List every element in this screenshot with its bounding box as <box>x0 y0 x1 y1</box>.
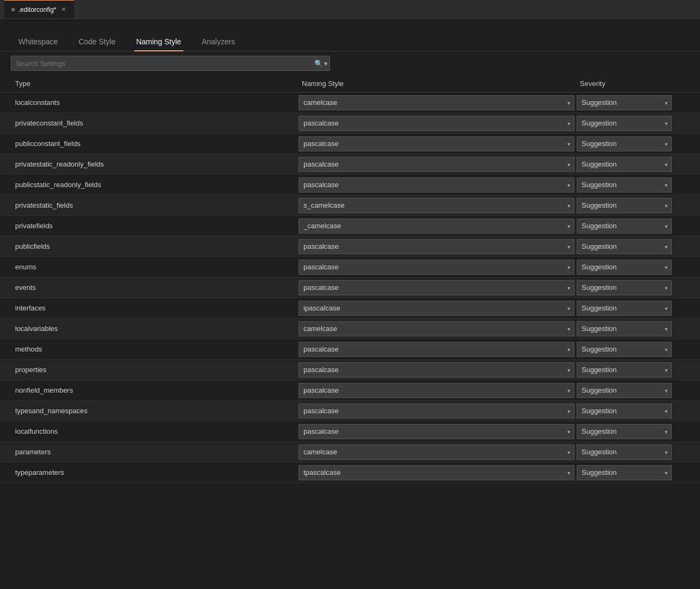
cell-type-9: events <box>11 279 298 296</box>
severity-select-1[interactable]: SuggestionWarningErrorNoneSilent <box>577 116 672 131</box>
table-row: privateconstant_fieldscamelcasepascalcas… <box>0 113 700 134</box>
tab-label: .editorconfig* <box>18 6 56 14</box>
editor-tab[interactable]: ⊕ .editorconfig* ✕ <box>4 0 74 18</box>
naming-style-select-3[interactable]: camelcasepascalcases_camelcase_camelcase… <box>299 157 574 172</box>
table-row: publicconstant_fieldscamelcasepascalcase… <box>0 134 700 154</box>
table-row: localfunctionscamelcasepascalcases_camel… <box>0 421 700 442</box>
cell-severity-11: SuggestionWarningErrorNoneSilent▾ <box>576 319 673 339</box>
naming-style-select-16[interactable]: camelcasepascalcases_camelcase_camelcase… <box>299 424 574 439</box>
cell-type-11: localvariables <box>11 320 298 337</box>
tab-close-icon[interactable]: ✕ <box>60 5 68 14</box>
table-row: localconstantscamelcasepascalcases_camel… <box>0 92 700 113</box>
naming-style-select-7[interactable]: camelcasepascalcases_camelcase_camelcase… <box>299 239 574 254</box>
severity-select-0[interactable]: SuggestionWarningErrorNoneSilent <box>577 95 672 110</box>
table-row: propertiescamelcasepascalcases_camelcase… <box>0 360 700 380</box>
cell-naming-style-0: camelcasepascalcases_camelcase_camelcase… <box>298 93 576 112</box>
cell-severity-1: SuggestionWarningErrorNoneSilent▾ <box>576 114 673 133</box>
search-input[interactable] <box>11 56 330 71</box>
cell-naming-style-5: camelcasepascalcases_camelcase_camelcase… <box>298 196 576 215</box>
naming-style-select-18[interactable]: camelcasepascalcases_camelcase_camelcase… <box>299 465 574 480</box>
cell-severity-18: SuggestionWarningErrorNoneSilent▾ <box>576 463 673 482</box>
severity-select-12[interactable]: SuggestionWarningErrorNoneSilent <box>577 342 672 357</box>
cell-severity-14: SuggestionWarningErrorNoneSilent▾ <box>576 381 673 400</box>
col-header-extra <box>673 77 689 90</box>
naming-style-select-4[interactable]: camelcasepascalcases_camelcase_camelcase… <box>299 177 574 193</box>
cell-severity-9: SuggestionWarningErrorNoneSilent▾ <box>576 278 673 297</box>
table-row: publicfieldscamelcasepascalcases_camelca… <box>0 236 700 257</box>
naming-style-select-12[interactable]: camelcasepascalcases_camelcase_camelcase… <box>299 342 574 357</box>
severity-select-16[interactable]: SuggestionWarningErrorNoneSilent <box>577 424 672 439</box>
cell-severity-12: SuggestionWarningErrorNoneSilent▾ <box>576 340 673 359</box>
severity-select-17[interactable]: SuggestionWarningErrorNoneSilent <box>577 445 672 460</box>
cell-naming-style-18: camelcasepascalcases_camelcase_camelcase… <box>298 463 576 482</box>
cell-severity-2: SuggestionWarningErrorNoneSilent▾ <box>576 134 673 154</box>
tab-whitespace[interactable]: Whitespace <box>16 33 60 51</box>
naming-style-select-8[interactable]: camelcasepascalcases_camelcase_camelcase… <box>299 260 574 275</box>
severity-select-5[interactable]: SuggestionWarningErrorNoneSilent <box>577 198 672 213</box>
cell-severity-4: SuggestionWarningErrorNoneSilent▾ <box>576 175 673 195</box>
cell-type-1: privateconstant_fields <box>11 115 298 131</box>
severity-select-6[interactable]: SuggestionWarningErrorNoneSilent <box>577 219 672 234</box>
table-row: privatefieldscamelcasepascalcases_camelc… <box>0 216 700 236</box>
table-row: methodscamelcasepascalcases_camelcase_ca… <box>0 339 700 360</box>
severity-select-4[interactable]: SuggestionWarningErrorNoneSilent <box>577 177 672 193</box>
table-row: nonfield_memberscamelcasepascalcases_cam… <box>0 380 700 401</box>
naming-style-select-1[interactable]: camelcasepascalcases_camelcase_camelcase… <box>299 116 574 131</box>
severity-select-15[interactable]: SuggestionWarningErrorNoneSilent <box>577 403 672 419</box>
tab-code-style[interactable]: Code Style <box>76 33 117 51</box>
severity-select-18[interactable]: SuggestionWarningErrorNoneSilent <box>577 465 672 480</box>
table-row: eventscamelcasepascalcases_camelcase_cam… <box>0 277 700 298</box>
naming-style-select-6[interactable]: camelcasepascalcases_camelcase_camelcase… <box>299 219 574 234</box>
severity-select-2[interactable]: SuggestionWarningErrorNoneSilent <box>577 136 672 151</box>
cell-severity-7: SuggestionWarningErrorNoneSilent▾ <box>576 237 673 256</box>
naming-style-select-17[interactable]: camelcasepascalcases_camelcase_camelcase… <box>299 445 574 460</box>
naming-style-select-5[interactable]: camelcasepascalcases_camelcase_camelcase… <box>299 198 574 213</box>
cell-type-17: parameters <box>11 444 298 460</box>
severity-select-14[interactable]: SuggestionWarningErrorNoneSilent <box>577 383 672 398</box>
table-row: privatestatic_fieldscamelcasepascalcases… <box>0 195 700 216</box>
naming-style-select-9[interactable]: camelcasepascalcases_camelcase_camelcase… <box>299 280 574 295</box>
search-button[interactable]: 🔍 ▾ <box>314 59 328 68</box>
severity-select-10[interactable]: SuggestionWarningErrorNoneSilent <box>577 301 672 316</box>
cell-type-0: localconstants <box>11 94 298 111</box>
cell-severity-6: SuggestionWarningErrorNoneSilent▾ <box>576 216 673 236</box>
col-header-naming-style: Naming Style <box>298 77 576 90</box>
cell-type-18: typeparameters <box>11 464 298 481</box>
search-bar: 🔍 ▾ <box>0 51 700 75</box>
naming-style-select-14[interactable]: camelcasepascalcases_camelcase_camelcase… <box>299 383 574 398</box>
table-row: privatestatic_readonly_fieldscamelcasepa… <box>0 154 700 175</box>
cell-type-3: privatestatic_readonly_fields <box>11 156 298 173</box>
naming-style-select-10[interactable]: camelcasepascalcases_camelcase_camelcase… <box>299 301 574 316</box>
cell-type-16: localfunctions <box>11 423 298 440</box>
severity-select-11[interactable]: SuggestionWarningErrorNoneSilent <box>577 321 672 336</box>
naming-style-select-11[interactable]: camelcasepascalcases_camelcase_camelcase… <box>299 321 574 336</box>
severity-select-7[interactable]: SuggestionWarningErrorNoneSilent <box>577 239 672 254</box>
cell-naming-style-2: camelcasepascalcases_camelcase_camelcase… <box>298 134 576 154</box>
severity-select-8[interactable]: SuggestionWarningErrorNoneSilent <box>577 260 672 275</box>
table-row: typeparameterscamelcasepascalcases_camel… <box>0 462 700 483</box>
severity-select-3[interactable]: SuggestionWarningErrorNoneSilent <box>577 157 672 172</box>
tab-naming-style[interactable]: Naming Style <box>134 33 183 51</box>
naming-style-select-0[interactable]: camelcasepascalcases_camelcase_camelcase… <box>299 95 574 110</box>
naming-style-select-13[interactable]: camelcasepascalcases_camelcase_camelcase… <box>299 362 574 378</box>
cell-severity-15: SuggestionWarningErrorNoneSilent▾ <box>576 401 673 421</box>
cell-naming-style-12: camelcasepascalcases_camelcase_camelcase… <box>298 340 576 359</box>
table-body: localconstantscamelcasepascalcases_camel… <box>0 92 700 588</box>
cell-naming-style-14: camelcasepascalcases_camelcase_camelcase… <box>298 381 576 400</box>
severity-select-13[interactable]: SuggestionWarningErrorNoneSilent <box>577 362 672 378</box>
cell-severity-17: SuggestionWarningErrorNoneSilent▾ <box>576 442 673 462</box>
cell-naming-style-7: camelcasepascalcases_camelcase_camelcase… <box>298 237 576 256</box>
severity-select-9[interactable]: SuggestionWarningErrorNoneSilent <box>577 280 672 295</box>
cell-severity-5: SuggestionWarningErrorNoneSilent▾ <box>576 196 673 215</box>
table-row: publicstatic_readonly_fieldscamelcasepas… <box>0 175 700 195</box>
table-row: localvariablescamelcasepascalcases_camel… <box>0 319 700 339</box>
cell-type-2: publicconstant_fields <box>11 135 298 152</box>
naming-style-select-2[interactable]: camelcasepascalcases_camelcase_camelcase… <box>299 136 574 151</box>
tab-analyzers[interactable]: Analyzers <box>200 33 237 51</box>
table-row: interfacescamelcasepascalcases_camelcase… <box>0 298 700 319</box>
naming-style-select-15[interactable]: camelcasepascalcases_camelcase_camelcase… <box>299 403 574 419</box>
tab-pin-icon[interactable]: ⊕ <box>11 6 15 12</box>
cell-naming-style-3: camelcasepascalcases_camelcase_camelcase… <box>298 155 576 174</box>
cell-naming-style-17: camelcasepascalcases_camelcase_camelcase… <box>298 442 576 462</box>
table-row: typesand_namespacescamelcasepascalcases_… <box>0 401 700 421</box>
